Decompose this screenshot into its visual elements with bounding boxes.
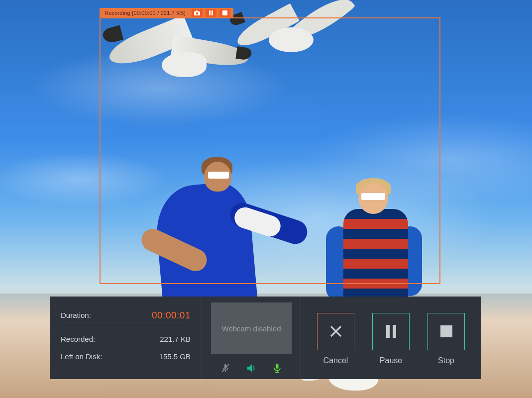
svg-rect-14 [386, 325, 390, 338]
duration-value: 00:00:01 [152, 310, 191, 321]
stop-mini-button[interactable] [219, 9, 230, 17]
webcam-status-text: Webcam disabled [222, 323, 281, 334]
duration-label: Duration: [61, 311, 91, 319]
recorded-label: Recorded: [61, 335, 95, 343]
recording-status-bar: Recording [00:00:01 / 221.7 KB] [100, 8, 233, 18]
pause-icon [209, 10, 213, 15]
svg-rect-1 [196, 10, 198, 12]
pause-button[interactable] [372, 313, 410, 350]
svg-rect-4 [212, 10, 213, 15]
webcam-pane: Webcam disabled [202, 297, 301, 379]
disk-value: 155.5 GB [159, 352, 191, 361]
microphone-slash-icon [220, 363, 230, 373]
svg-rect-9 [276, 364, 279, 369]
webcam-preview[interactable]: Webcam disabled [211, 302, 292, 354]
cancel-label: Cancel [323, 356, 348, 365]
svg-rect-16 [440, 325, 452, 337]
screenshot-mini-button[interactable] [192, 9, 203, 17]
action-buttons-pane: Cancel Pause Stop [301, 297, 481, 379]
webcam-icon-row [202, 357, 301, 379]
svg-rect-5 [222, 10, 227, 15]
cancel-action: Cancel [317, 313, 354, 365]
recording-frame[interactable] [100, 17, 440, 284]
svg-rect-3 [209, 10, 211, 15]
camera-icon [194, 10, 200, 15]
recorded-value: 221.7 KB [160, 335, 191, 343]
cancel-button[interactable] [317, 313, 354, 350]
control-panel: Duration: 00:00:01 Recorded: 221.7 KB Le… [50, 297, 481, 379]
stop-icon [440, 325, 453, 338]
microphone-icon [273, 363, 282, 373]
stop-action: Stop [427, 313, 465, 365]
pause-mini-button[interactable] [206, 9, 216, 17]
pause-label: Pause [380, 356, 402, 365]
stop-label: Stop [438, 356, 454, 365]
close-icon [328, 324, 343, 339]
stop-icon [222, 10, 227, 15]
speaker-icon [246, 364, 256, 373]
svg-point-2 [196, 12, 198, 14]
pause-icon [385, 324, 398, 339]
pause-action: Pause [372, 313, 410, 365]
microphone-toggle[interactable] [272, 363, 283, 374]
stop-button[interactable] [427, 313, 465, 350]
recording-status-text: Recording [00:00:01 / 221.7 KB] [105, 10, 186, 16]
svg-rect-15 [393, 325, 396, 338]
disk-label: Left on Disk: [61, 352, 102, 361]
speaker-toggle[interactable] [246, 363, 257, 374]
stats-pane: Duration: 00:00:01 Recorded: 221.7 KB Le… [50, 297, 202, 379]
microphone-muted-toggle[interactable] [220, 363, 231, 374]
